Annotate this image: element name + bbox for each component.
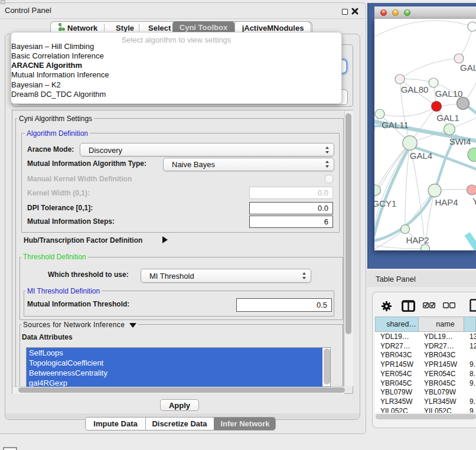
svg-text:HAP4: HAP4 (435, 197, 458, 207)
svg-text:GAL4: GAL4 (410, 151, 432, 161)
svg-text:GAL10: GAL10 (435, 89, 463, 99)
svg-text:GAL80: GAL80 (401, 84, 429, 94)
svg-text:HAP2: HAP2 (406, 235, 429, 245)
svg-text:GAL11: GAL11 (382, 120, 409, 130)
svg-text:GAL1: GAL1 (436, 113, 459, 123)
svg-text:GCY1: GCY1 (374, 198, 396, 208)
svg-text:GAL7: GAL7 (460, 63, 476, 73)
svg-text:YE: YE (472, 196, 476, 206)
svg-text:SWI4: SWI4 (449, 136, 471, 146)
